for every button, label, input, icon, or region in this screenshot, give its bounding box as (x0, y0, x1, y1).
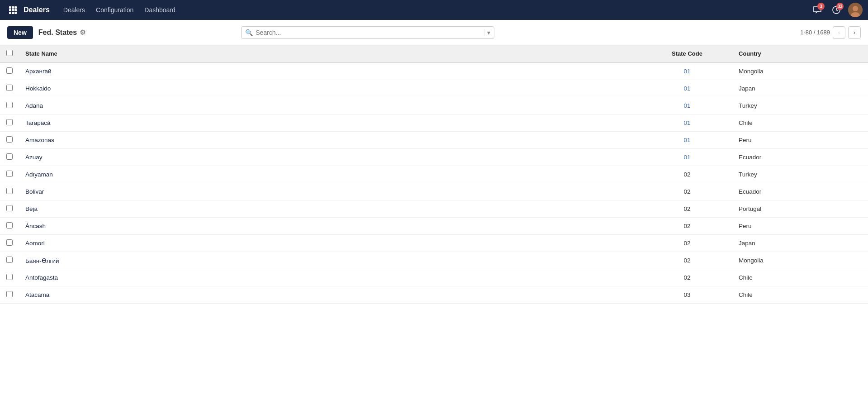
svg-rect-0 (9, 6, 11, 9)
table-row: Adıyaman 02 Turkey (0, 166, 868, 183)
grid-menu-icon[interactable] (5, 3, 20, 17)
table-row: Beja 02 Portugal (0, 200, 868, 218)
row-state-code: 01 (642, 132, 732, 149)
table-container: State Name State Code Country Архангай 0… (0, 45, 868, 400)
row-checkbox[interactable] (6, 171, 13, 177)
chat-badge: 3 (817, 3, 825, 10)
table-row: Tarapacá 01 Chile (0, 114, 868, 132)
search-icon: 🔍 (245, 29, 253, 36)
table-row: Баян-Өлгий 02 Mongolia (0, 252, 868, 269)
svg-rect-2 (14, 6, 17, 9)
top-navigation: Dealers Dealers Configuration Dashboard … (0, 0, 868, 20)
row-state-name[interactable]: Adıyaman (19, 166, 642, 183)
row-checkbox[interactable] (6, 153, 13, 160)
row-state-code: 02 (642, 235, 732, 252)
svg-rect-5 (14, 9, 17, 11)
table-row: Архангай 01 Mongolia (0, 62, 868, 80)
row-state-name[interactable]: Баян-Өлгий (19, 252, 642, 269)
settings-icon[interactable]: ⚙ (80, 29, 85, 37)
table-body: Архангай 01 Mongolia Hokkaido 01 Japan A… (0, 62, 868, 304)
row-checkbox-cell (0, 62, 19, 80)
table-header-row: State Name State Code Country (0, 45, 868, 62)
header-country[interactable]: Country (732, 45, 868, 62)
header-state-name[interactable]: State Name (19, 45, 642, 62)
row-checkbox[interactable] (6, 136, 13, 143)
row-checkbox[interactable] (6, 119, 13, 125)
search-bar[interactable]: 🔍 ▾ (241, 26, 494, 39)
row-state-code: 02 (642, 218, 732, 235)
table-row: Áncash 02 Peru (0, 218, 868, 235)
nav-links: Dealers Configuration Dashboard (59, 5, 810, 15)
row-checkbox[interactable] (6, 102, 13, 108)
row-state-name[interactable]: Amazonas (19, 132, 642, 149)
table-row: Adana 01 Turkey (0, 97, 868, 114)
select-all-checkbox[interactable] (6, 50, 13, 56)
row-checkbox[interactable] (6, 67, 13, 74)
pagination-prev[interactable]: ‹ (833, 26, 845, 39)
table-row: Hokkaido 01 Japan (0, 80, 868, 97)
chat-button[interactable]: 3 (810, 3, 825, 17)
row-state-code: 02 (642, 166, 732, 183)
row-state-name[interactable]: Hokkaido (19, 80, 642, 97)
row-state-name[interactable]: Aomori (19, 235, 642, 252)
row-state-name[interactable]: Tarapacá (19, 114, 642, 132)
row-country: Turkey (732, 97, 868, 114)
row-country: Mongolia (732, 252, 868, 269)
search-input[interactable] (253, 27, 483, 38)
row-checkbox[interactable] (6, 274, 13, 280)
row-country: Ecuador (732, 183, 868, 200)
row-state-code: 01 (642, 80, 732, 97)
row-checkbox-cell (0, 132, 19, 149)
row-state-name[interactable]: Bolivar (19, 183, 642, 200)
row-state-code: 01 (642, 149, 732, 166)
row-state-code: 02 (642, 183, 732, 200)
row-state-name[interactable]: Azuay (19, 149, 642, 166)
row-checkbox-cell (0, 97, 19, 114)
row-country: Chile (732, 269, 868, 286)
svg-rect-7 (12, 12, 14, 14)
table-row: Amazonas 01 Peru (0, 132, 868, 149)
row-checkbox-cell (0, 200, 19, 218)
row-checkbox[interactable] (6, 222, 13, 229)
pagination-label: 1-80 / 1689 (800, 29, 830, 36)
search-dropdown-arrow[interactable]: ▾ (484, 29, 490, 36)
row-checkbox[interactable] (6, 188, 13, 194)
row-country: Mongolia (732, 62, 868, 80)
topnav-right: 3 33 (810, 3, 863, 17)
page-title: Fed. States ⚙ (38, 29, 85, 37)
row-state-code: 02 (642, 269, 732, 286)
row-state-name[interactable]: Архангай (19, 62, 642, 80)
new-button[interactable]: New (7, 26, 33, 39)
row-checkbox[interactable] (6, 205, 13, 211)
svg-rect-3 (9, 9, 11, 11)
row-state-name[interactable]: Atacama (19, 286, 642, 304)
row-country: Ecuador (732, 149, 868, 166)
row-state-name[interactable]: Beja (19, 200, 642, 218)
row-state-name[interactable]: Áncash (19, 218, 642, 235)
svg-rect-6 (9, 12, 11, 14)
row-checkbox[interactable] (6, 239, 13, 246)
row-checkbox[interactable] (6, 85, 13, 91)
row-checkbox-cell (0, 269, 19, 286)
row-state-name[interactable]: Antofagasta (19, 269, 642, 286)
clock-button[interactable]: 33 (829, 3, 844, 17)
row-checkbox-cell (0, 183, 19, 200)
row-checkbox[interactable] (6, 291, 13, 297)
header-checkbox-col (0, 45, 19, 62)
nav-link-dashboard[interactable]: Dashboard (140, 5, 180, 15)
table-row: Aomori 02 Japan (0, 235, 868, 252)
row-country: Peru (732, 218, 868, 235)
row-checkbox[interactable] (6, 257, 13, 263)
toolbar: New Fed. States ⚙ 🔍 ▾ 1-80 / 1689 ‹ › (0, 20, 868, 45)
svg-point-11 (853, 6, 858, 11)
nav-link-dealers[interactable]: Dealers (59, 5, 90, 15)
row-checkbox-cell (0, 166, 19, 183)
nav-link-configuration[interactable]: Configuration (91, 5, 138, 15)
pagination-next[interactable]: › (848, 26, 861, 39)
fed-states-table: State Name State Code Country Архангай 0… (0, 45, 868, 304)
header-state-code[interactable]: State Code (642, 45, 732, 62)
row-state-name[interactable]: Adana (19, 97, 642, 114)
row-country: Japan (732, 80, 868, 97)
row-country: Peru (732, 132, 868, 149)
user-avatar[interactable] (848, 3, 863, 17)
